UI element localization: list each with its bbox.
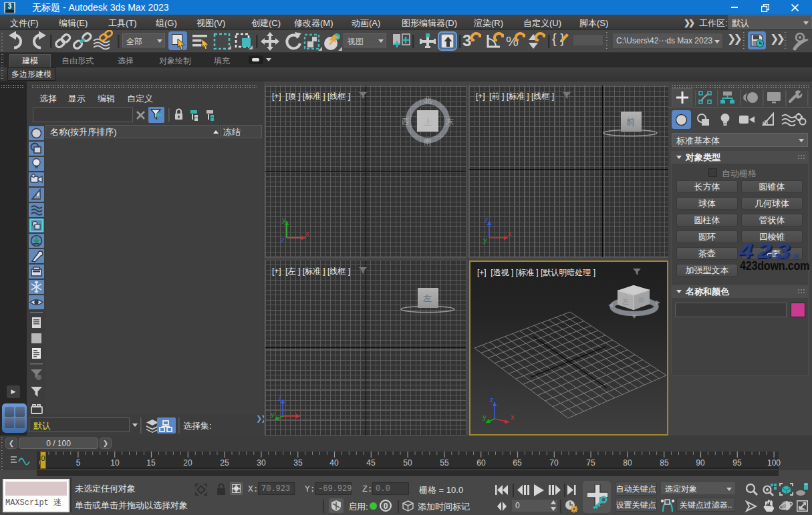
svg-text:东: 东 bbox=[446, 117, 454, 126]
svg-text:y: y bbox=[483, 413, 487, 421]
svg-text:前: 前 bbox=[638, 297, 645, 304]
svg-text:北: 北 bbox=[424, 96, 432, 105]
svg-text:左: 左 bbox=[622, 298, 629, 305]
svg-text:x: x bbox=[305, 229, 309, 237]
svg-text:y: y bbox=[271, 410, 275, 418]
svg-text:x: x bbox=[511, 413, 515, 421]
svg-text:z: z bbox=[281, 236, 285, 244]
svg-text:y: y bbox=[282, 216, 286, 224]
svg-text:z: z bbox=[490, 395, 494, 403]
svg-text:z: z bbox=[485, 216, 489, 224]
svg-text:南: 南 bbox=[424, 137, 432, 146]
svg-text:z: z bbox=[278, 394, 282, 402]
svg-text:西: 西 bbox=[402, 117, 410, 126]
svg-text:x: x bbox=[300, 407, 301, 415]
svg-text:x: x bbox=[508, 229, 512, 237]
svg-text:上: 上 bbox=[424, 117, 432, 127]
svg-text:y: y bbox=[483, 236, 487, 244]
